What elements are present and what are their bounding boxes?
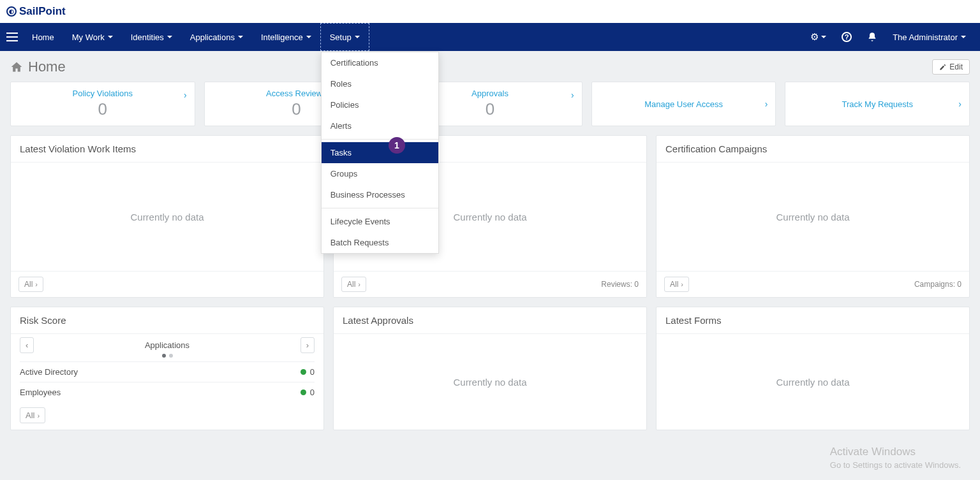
- topbar: ◐ SailPoint: [0, 0, 980, 23]
- link-card-track-my-requests[interactable]: Track My Requests ›: [785, 82, 970, 126]
- brand-name: SailPoint: [19, 5, 66, 18]
- pencil-icon: [939, 64, 946, 71]
- link-card-manage-user-access[interactable]: Manage User Access ›: [591, 82, 776, 126]
- pager-dots: [20, 354, 315, 358]
- footer-btn-label: All: [670, 280, 678, 289]
- nav-mywork[interactable]: My Work: [63, 23, 122, 51]
- risk-row-employees[interactable]: Employees 0: [20, 382, 315, 402]
- stat-card-label: Policy Violations: [73, 89, 133, 98]
- risk-row-name: Active Directory: [20, 367, 78, 377]
- nav-identities[interactable]: Identities: [122, 23, 181, 51]
- footer-right-text: Campaigns: 0: [914, 280, 961, 289]
- brand-logo: ◐ SailPoint: [6, 5, 66, 18]
- status-dot-icon: [301, 389, 306, 395]
- caret-down-icon: [821, 36, 826, 38]
- nav-left: Home My Work Identities Applications Int…: [6, 23, 369, 51]
- pager-prev-button[interactable]: ‹: [20, 337, 34, 353]
- dropdown-divider: [322, 208, 438, 208]
- panels-row-2: Risk Score ‹ Applications › Active Direc…: [10, 307, 970, 430]
- status-dot-icon: [301, 369, 306, 375]
- panel-header: Latest Approvals: [334, 307, 646, 334]
- caret-down-icon: [306, 36, 311, 38]
- setup-menu-roles[interactable]: Roles: [322, 73, 438, 94]
- stat-card-label: Access Reviews: [266, 89, 327, 98]
- panel-latest-forms: Latest Forms Currently no data: [656, 307, 970, 430]
- risk-row-value-wrap: 0: [301, 388, 315, 397]
- footer-btn-label: All: [347, 280, 355, 289]
- panel-footer: All ›: [11, 271, 323, 297]
- risk-row-name: Employees: [20, 388, 61, 397]
- setup-menu-lifecycle-events[interactable]: Lifecycle Events: [322, 211, 438, 232]
- setup-menu-batch-requests[interactable]: Batch Requests: [322, 232, 438, 253]
- footer-all-button[interactable]: All ›: [341, 277, 366, 292]
- panel-certification-campaigns: Certification Campaigns Currently no dat…: [656, 135, 970, 298]
- risk-row-active-directory[interactable]: Active Directory 0: [20, 361, 315, 382]
- caret-down-icon: [355, 36, 360, 38]
- stat-card-policy-violations[interactable]: Policy Violations 0 ›: [10, 82, 195, 126]
- chevron-right-icon: ›: [571, 90, 574, 100]
- panel-footer: All › Reviews: 0: [334, 271, 646, 297]
- stat-card-value: 0: [98, 99, 107, 119]
- main-navbar: Home My Work Identities Applications Int…: [0, 23, 980, 51]
- nav-mywork-label: My Work: [72, 33, 105, 42]
- help-icon[interactable]: ?: [834, 32, 859, 42]
- panel-header: Latest Violation Work Items: [11, 136, 323, 163]
- nav-home[interactable]: Home: [23, 23, 63, 51]
- nav-setup[interactable]: Setup Certifications Roles Policies Aler…: [320, 23, 369, 51]
- stat-card-value: 0: [486, 99, 494, 119]
- risk-all-button[interactable]: All ›: [20, 407, 45, 423]
- chevron-right-icon: ›: [358, 280, 360, 288]
- setup-menu-tasks[interactable]: Tasks: [322, 142, 438, 163]
- risk-body: ‹ Applications › Active Directory 0 E: [11, 334, 323, 430]
- panel-header: Latest Forms: [657, 307, 969, 334]
- pager-dot-active: [162, 354, 166, 358]
- link-card-label: Track My Requests: [842, 99, 913, 109]
- setup-menu-business-processes[interactable]: Business Processes: [322, 184, 438, 205]
- nav-intelligence-label: Intelligence: [261, 33, 303, 42]
- chevron-right-icon: ›: [958, 99, 961, 109]
- panel-risk-score: Risk Score ‹ Applications › Active Direc…: [10, 307, 324, 430]
- hamburger-icon[interactable]: [6, 33, 18, 41]
- footer-right-text: Reviews: 0: [601, 280, 639, 289]
- setup-dropdown: Certifications Roles Policies Alerts Tas…: [321, 52, 439, 254]
- panels-row-1: Latest Violation Work Items Currently no…: [10, 135, 970, 298]
- pager-next-button[interactable]: ›: [301, 337, 315, 353]
- caret-down-icon: [108, 36, 113, 38]
- panel-header: Risk Score: [11, 307, 323, 334]
- risk-row-value: 0: [310, 367, 315, 377]
- page-title: Home: [10, 59, 66, 75]
- gear-icon[interactable]: ⚙: [803, 31, 834, 43]
- setup-menu-groups[interactable]: Groups: [322, 163, 438, 184]
- panel-footer: All › Campaigns: 0: [657, 271, 969, 297]
- page-body: Home Edit Policy Violations 0 › Access R…: [0, 51, 980, 447]
- panel-empty-text: Currently no data: [657, 334, 969, 430]
- user-menu[interactable]: The Administrator: [885, 33, 974, 42]
- pager-dot: [169, 354, 173, 358]
- setup-menu-alerts[interactable]: Alerts: [322, 115, 438, 136]
- chevron-right-icon: ›: [35, 280, 38, 288]
- setup-menu-certifications[interactable]: Certifications: [322, 52, 438, 73]
- edit-button[interactable]: Edit: [932, 59, 970, 75]
- nav-applications[interactable]: Applications: [181, 23, 252, 51]
- nav-identities-label: Identities: [131, 33, 164, 42]
- panel-header: Certification Campaigns: [657, 136, 969, 163]
- dropdown-divider: [322, 139, 438, 140]
- footer-all-button[interactable]: All ›: [664, 277, 689, 292]
- risk-row-value: 0: [310, 388, 315, 397]
- caret-down-icon: [238, 36, 243, 38]
- footer-btn-label: All: [26, 411, 34, 420]
- nav-setup-label: Setup: [330, 33, 352, 42]
- footer-all-button[interactable]: All ›: [19, 277, 43, 292]
- chevron-right-icon: ›: [184, 90, 187, 100]
- user-name: The Administrator: [893, 33, 958, 42]
- nav-intelligence[interactable]: Intelligence: [252, 23, 320, 51]
- chevron-right-icon: ›: [765, 99, 768, 109]
- bell-icon[interactable]: [859, 32, 885, 42]
- caret-down-icon: [961, 36, 966, 38]
- panel-empty-text: Currently no data: [11, 163, 323, 271]
- stat-cards-row: Policy Violations 0 › Access Reviews 0 ›…: [10, 82, 970, 126]
- stat-card-label: Approvals: [471, 89, 509, 98]
- risk-pager: ‹ Applications ›: [20, 340, 315, 350]
- panel-latest-approvals: Latest Approvals Currently no data: [333, 307, 647, 430]
- setup-menu-policies[interactable]: Policies: [322, 94, 438, 115]
